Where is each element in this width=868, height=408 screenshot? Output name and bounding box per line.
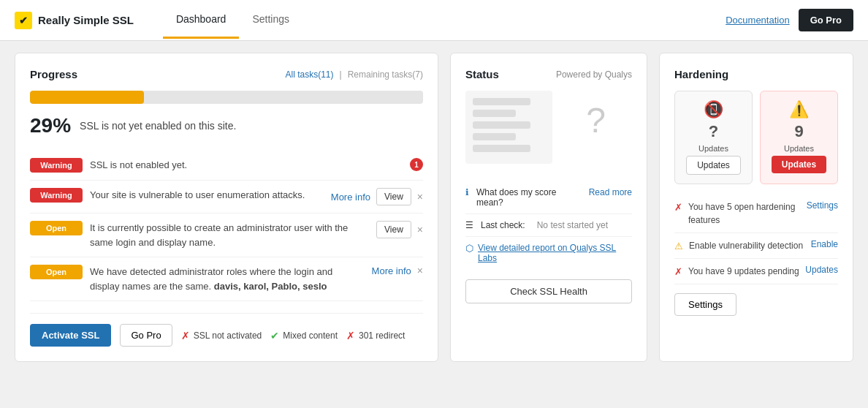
mini-card-2-icon: ⚠️	[789, 100, 809, 119]
last-check-value: No test started yet	[537, 220, 608, 230]
redirect-icon: ✗	[346, 330, 355, 341]
more-info-link-4[interactable]: More info	[372, 265, 411, 276]
task-text-1: SSL is not enabled yet.	[90, 158, 423, 173]
status-card: Status Powered by Qualys ? ℹ What does m…	[450, 53, 647, 362]
header: ✔ Really Simple SSL Dashboard Settings D…	[0, 0, 868, 41]
logo-icon: ✔	[15, 12, 32, 29]
hardening-card: Hardening 📵 ? Updates Updates ⚠️ 9 Updat…	[659, 53, 853, 362]
dismiss-4[interactable]: ×	[417, 265, 423, 276]
view-button-2[interactable]: View	[376, 188, 411, 205]
percent-number: 29%	[30, 114, 71, 137]
mixed-content-text: Mixed content	[283, 330, 338, 341]
all-tasks-link[interactable]: All tasks(11)	[285, 69, 333, 80]
task-text-2: Your site is vulnerable to user enumerat…	[90, 188, 324, 203]
go-pro-button[interactable]: Go Pro	[120, 324, 172, 347]
external-link-icon: ⬡	[465, 243, 473, 254]
hardening-icon-red-1: ✗	[674, 202, 682, 213]
read-more-link[interactable]: Read more	[589, 187, 632, 197]
warning-badge-2: Warning	[30, 188, 83, 203]
updates-button-2[interactable]: Updates	[772, 156, 826, 173]
status-question-mark: ?	[560, 91, 632, 149]
task-text-3: It is currently possible to create an ad…	[90, 221, 369, 249]
mini-card-1-icon: 📵	[704, 100, 723, 119]
progress-card: Progress All tasks(11) | Remaining tasks…	[15, 53, 438, 362]
mini-card-1-question: ?	[709, 122, 718, 141]
hardening-row-2: ⚠ Enable vulnerability detection Enable	[674, 233, 838, 259]
logo-text: Really Simple SSL	[38, 14, 134, 26]
status-info-row-2: ☰ Last check: No test started yet	[465, 214, 632, 237]
mixed-content: ✔ Mixed content	[270, 330, 338, 341]
status-info-row-1: ℹ What does my score mean? Read more	[465, 181, 632, 214]
ssl-status-icon: ✗	[181, 330, 190, 341]
main-nav: Dashboard Settings	[163, 1, 302, 39]
hardening-row-1: ✗ You have 5 open hardening features Set…	[674, 194, 838, 233]
remaining-tasks: Remaining tasks(7)	[348, 69, 423, 80]
task-num-badge: 1	[410, 158, 423, 171]
score-question: What does my score mean?	[476, 187, 582, 208]
task-row-3: Open It is currently possible to create …	[30, 214, 423, 257]
task-text-4: We have detected administrator roles whe…	[90, 265, 365, 293]
ssl-status-text: SSL not activated	[194, 330, 262, 341]
header-right: Documentation Go Pro	[726, 9, 853, 31]
more-info-link-2[interactable]: More info	[331, 192, 370, 203]
open-badge-3: Open	[30, 221, 83, 235]
hardening-row-text-3: You have 9 updates pending	[688, 265, 799, 278]
hardening-title: Hardening	[674, 68, 728, 80]
powered-by: Powered by Qualys	[556, 69, 632, 80]
progress-bar-container	[30, 91, 423, 104]
nav-settings[interactable]: Settings	[239, 1, 302, 39]
hardening-mini-card-1: 📵 ? Updates Updates	[674, 91, 753, 184]
hardening-icon-yellow-2: ⚠	[674, 241, 683, 252]
documentation-link[interactable]: Documentation	[726, 15, 789, 26]
hardening-icon-red-3: ✗	[674, 266, 682, 277]
task-row-1: Warning SSL is not enabled yet. 1	[30, 151, 423, 181]
check-ssl-health-button[interactable]: Check SSL Health	[465, 279, 632, 303]
hardening-row-text-1: You have 5 open hardening features	[688, 200, 801, 227]
hardening-row-3: ✗ You have 9 updates pending Updates	[674, 259, 838, 284]
hardening-settings-link-1[interactable]: Settings	[807, 200, 838, 211]
view-button-3[interactable]: View	[376, 221, 411, 238]
task-row-2: Warning Your site is vulnerable to user …	[30, 181, 423, 214]
ssl-not-activated: ✗ SSL not activated	[181, 330, 262, 341]
warning-badge-1: Warning	[30, 158, 83, 173]
nav-dashboard[interactable]: Dashboard	[163, 1, 240, 39]
logo: ✔ Really Simple SSL	[15, 12, 134, 29]
hardening-enable-link[interactable]: Enable	[811, 239, 838, 249]
percent-description: SSL is not yet enabled on this site.	[80, 120, 236, 132]
hardening-mini-card-2: ⚠️ 9 Updates Updates	[760, 91, 838, 184]
qualys-link-row: ⬡ View detailed report on Qualys SSL Lab…	[465, 237, 632, 269]
mini-card-1-label: Updates	[698, 144, 728, 153]
bottom-bar: Activate SSL Go Pro ✗ SSL not activated …	[30, 313, 423, 347]
activate-ssl-button[interactable]: Activate SSL	[30, 324, 111, 347]
updates-button-1[interactable]: Updates	[686, 156, 741, 175]
qualys-report-link[interactable]: View detailed report on Qualys SSL Labs	[478, 243, 632, 263]
progress-title: Progress	[30, 68, 77, 80]
mixed-content-icon: ✔	[270, 330, 279, 341]
open-badge-4: Open	[30, 265, 83, 279]
last-check-label: Last check:	[481, 220, 525, 230]
dismiss-2[interactable]: ×	[417, 191, 423, 203]
info-icon: ℹ	[465, 187, 469, 197]
hardening-updates-link[interactable]: Updates	[805, 265, 838, 275]
progress-bar-fill	[30, 91, 144, 104]
redirect-text: 301 redirect	[359, 330, 405, 341]
mini-card-2-label: Updates	[784, 144, 814, 153]
status-blurred-panel	[465, 91, 552, 164]
task-row-4: Open We have detected administrator role…	[30, 257, 423, 301]
dismiss-3[interactable]: ×	[417, 224, 423, 235]
mini-card-2-number: 9	[794, 122, 803, 141]
hardening-mini-cards: 📵 ? Updates Updates ⚠️ 9 Updates Updates	[674, 91, 838, 184]
list-icon: ☰	[465, 220, 473, 230]
status-title: Status	[465, 68, 499, 80]
hardening-row-text-2: Enable vulnerability detection	[689, 239, 805, 252]
redirect-status: ✗ 301 redirect	[346, 330, 405, 341]
hardening-settings-button[interactable]: Settings	[674, 293, 736, 316]
go-pro-button-header[interactable]: Go Pro	[799, 9, 853, 31]
